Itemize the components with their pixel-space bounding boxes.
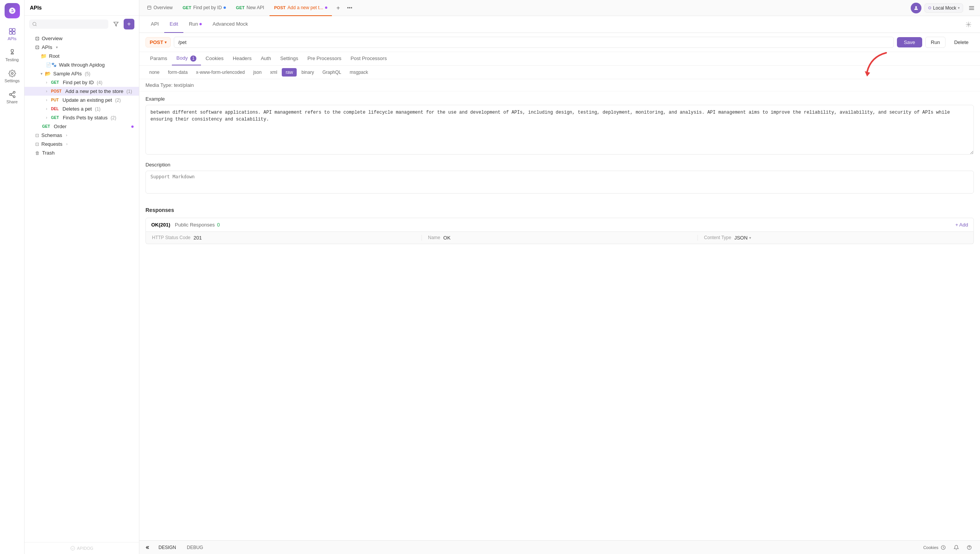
tree-item-find-pet[interactable]: › GET Find pet by ID (4) (24, 78, 139, 87)
tree-item-update-pet[interactable]: › PUT Update an existing pet (2) (24, 96, 139, 104)
pre-processors-tab[interactable]: Pre Processors (303, 52, 346, 65)
method-selector[interactable]: POST ▾ (145, 37, 171, 47)
method-badge-get: GET (41, 124, 52, 129)
body-type-msgpack[interactable]: msgpack (346, 68, 372, 77)
more-tabs-button[interactable]: ••• (344, 3, 355, 13)
request-bar: POST ▾ Save Run Delete (139, 33, 980, 52)
user-avatar[interactable] (911, 3, 921, 13)
tab-add-pet[interactable]: POST Add a new pet t... (270, 0, 332, 16)
tab-edit[interactable]: Edit (164, 16, 183, 33)
status-code-field: HTTP Status Code 201 (146, 235, 422, 241)
tree-item-schemas[interactable]: ⊡ Schemas › (24, 131, 139, 140)
tree-item-delete-pet[interactable]: › DEL Deletes a pet (1) (24, 104, 139, 113)
body-type-form-data[interactable]: form-data (164, 68, 191, 77)
body-tab[interactable]: Body 1 (172, 52, 201, 65)
name-field: Name OK (422, 235, 698, 241)
tree-item-label: APIs (42, 44, 52, 50)
chevron-right-icon: › (46, 80, 47, 85)
add-tab-button[interactable]: + (333, 3, 343, 13)
trash-icon: 🗑 (35, 150, 40, 156)
unsaved-dot (131, 125, 134, 128)
body-badge: 1 (190, 55, 196, 62)
svg-rect-4 (12, 32, 15, 34)
body-type-label: x-www-form-urlencoded (196, 70, 245, 75)
design-tab[interactable]: DESIGN (155, 543, 179, 552)
debug-tab[interactable]: DEBUG (184, 543, 206, 552)
tree-item-finds-pets[interactable]: › GET Finds Pets by status (2) (24, 113, 139, 122)
tree-item-trash[interactable]: 🗑 Trash (24, 148, 139, 157)
tree-item-root[interactable]: 📁 Root (24, 52, 139, 60)
params-tabs: Params Body 1 Cookies Headers Auth Setti… (139, 52, 980, 66)
auth-tab[interactable]: Auth (256, 52, 276, 65)
bottom-right-icons: Cookies (926, 543, 974, 552)
tab-find-pet[interactable]: GET Find pet by ID (178, 0, 230, 16)
post-processors-tab[interactable]: Post Processors (346, 52, 392, 65)
tab-method-get: GET (183, 5, 191, 10)
sidebar-nav-testing[interactable]: Testing (2, 46, 23, 65)
hamburger-menu[interactable] (966, 3, 977, 13)
tree-item-overview[interactable]: ⊡ Overview (24, 34, 139, 43)
tree-item-add-pet[interactable]: › POST Add a new pet to the store (1) (24, 87, 139, 96)
settings-cog-button[interactable] (963, 19, 974, 30)
sidebar-nav-apis[interactable]: APIs (2, 24, 23, 44)
add-response-button[interactable]: + Add (955, 222, 968, 228)
description-textarea[interactable] (145, 171, 974, 194)
file-tree: ⊡ Overview ⊡ APIs ▾ 📁 Root 📄🐾 Walk throu… (24, 33, 139, 542)
search-icon (32, 21, 37, 27)
url-input[interactable] (174, 37, 894, 48)
app-logo[interactable] (5, 3, 20, 18)
body-label: Body (176, 55, 188, 61)
local-mock-selector[interactable]: ⊙ Local Mock ▾ (924, 3, 963, 13)
tree-item-sample-apis[interactable]: ▾ 📂 Sample APIs (5) (24, 69, 139, 78)
tab-label: Advanced Mock (212, 21, 248, 27)
tab-label: Add a new pet t... (287, 5, 323, 10)
add-button[interactable]: + (124, 19, 134, 29)
cookies-button[interactable]: Cookies (926, 543, 935, 552)
body-type-json[interactable]: json (249, 68, 265, 77)
params-tab[interactable]: Params (145, 52, 172, 65)
body-type-x-www[interactable]: x-www-form-urlencoded (192, 68, 248, 77)
filter-button[interactable] (111, 19, 121, 29)
body-type-label: binary (301, 70, 314, 75)
tab-overview[interactable]: Overview (142, 0, 177, 16)
tree-item-walkthrough[interactable]: 📄🐾 Walk through Apidog (24, 60, 139, 69)
body-type-none[interactable]: none (145, 68, 163, 77)
svg-point-14 (968, 24, 969, 25)
tab-api[interactable]: API (145, 16, 164, 33)
headers-tab[interactable]: Headers (228, 52, 256, 65)
tab-run[interactable]: Run (183, 16, 207, 33)
sidebar-nav-settings[interactable]: Settings (2, 67, 23, 86)
save-button[interactable]: Save (897, 37, 922, 47)
example-textarea[interactable]: between different software applications.… (145, 105, 974, 155)
search-input[interactable] (39, 21, 105, 27)
method-badge-get: GET (49, 80, 60, 85)
apis-nav-label: APIs (8, 36, 16, 41)
share-nav-label: Share (7, 99, 18, 104)
timer-icon (941, 545, 946, 550)
tree-item-order[interactable]: GET Order (24, 122, 139, 131)
delete-button[interactable]: Delete (949, 37, 974, 47)
tree-item-apis-section[interactable]: ⊡ APIs ▾ (24, 43, 139, 52)
search-input-wrap[interactable] (29, 20, 108, 29)
tree-item-label: Overview (42, 36, 62, 41)
body-type-xml[interactable]: xml (266, 68, 281, 77)
help-button[interactable] (965, 543, 974, 552)
run-button[interactable]: Run (925, 37, 946, 48)
tab-advanced-mock[interactable]: Advanced Mock (207, 16, 253, 33)
cookies-tab[interactable]: Cookies (201, 52, 228, 65)
body-type-graphql[interactable]: GraphQL (318, 68, 345, 77)
sidebar-nav-share[interactable]: Share (2, 88, 23, 107)
tab-unsaved-dot (224, 7, 226, 9)
body-type-binary[interactable]: binary (297, 68, 318, 77)
chevron-right-icon: › (46, 98, 47, 102)
bell-button[interactable] (952, 543, 961, 552)
settings-tab[interactable]: Settings (276, 52, 303, 65)
body-type-raw[interactable]: raw (282, 68, 297, 77)
settings-nav-label: Settings (5, 78, 20, 83)
content-type-selector[interactable]: JSON ▾ (734, 235, 751, 241)
svg-point-11 (71, 546, 75, 551)
timer-button[interactable] (939, 543, 948, 552)
tree-item-requests[interactable]: ⊡ Requests › (24, 140, 139, 148)
collapse-button[interactable] (145, 545, 151, 550)
tab-new-api[interactable]: GET New API (231, 0, 269, 16)
